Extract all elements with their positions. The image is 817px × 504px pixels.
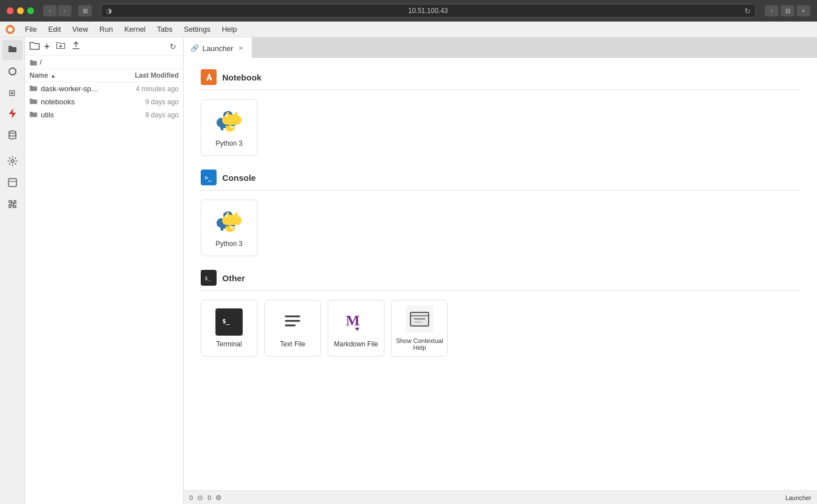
- svg-point-4: [6, 30, 8, 32]
- folder-icon: [29, 84, 37, 93]
- card-label: Markdown File: [334, 340, 378, 348]
- tab-bar: 🔗 Launcher ✕: [184, 37, 817, 58]
- kernel-icon: ⊙: [197, 494, 203, 502]
- svg-point-3: [13, 30, 15, 32]
- svg-rect-29: [414, 318, 425, 320]
- svg-rect-7: [9, 179, 16, 187]
- sidebar-item-db[interactable]: [2, 126, 23, 146]
- sidebar-item-notify[interactable]: [2, 104, 23, 125]
- sidebar-item-commands[interactable]: ⊞: [2, 83, 23, 103]
- back-button[interactable]: ‹: [43, 5, 57, 16]
- console-section-header: >_ Console: [201, 170, 800, 190]
- address-bar: ◑ 10.51.100.43 ↻: [101, 4, 756, 18]
- gear-icon: [7, 156, 18, 168]
- card-textfile[interactable]: Text File: [264, 300, 321, 357]
- card-label: Python 3: [215, 139, 242, 147]
- nav-buttons: ‹ ›: [43, 5, 71, 16]
- svg-point-1: [8, 27, 12, 32]
- svg-text:$_: $_: [205, 276, 211, 281]
- layout-button[interactable]: ⊞: [78, 5, 92, 16]
- python-icon: [215, 208, 243, 235]
- tab-label: Launcher: [202, 44, 233, 53]
- sidebar-item-extensions[interactable]: [2, 195, 23, 215]
- file-list-header: Name ▲ Last Modified: [25, 69, 183, 82]
- menu-file[interactable]: File: [20, 24, 41, 35]
- sidebar-item-panel[interactable]: [2, 173, 23, 194]
- file-name: dask-worker-sp…: [41, 84, 122, 93]
- menu-settings[interactable]: Settings: [179, 24, 215, 35]
- other-section-header: $_ Other: [201, 270, 800, 291]
- sidebar-item-files[interactable]: [2, 40, 23, 60]
- card-markdown[interactable]: M Markdown File: [328, 300, 384, 357]
- file-name: utils: [41, 111, 122, 119]
- file-list: dask-worker-sp… 4 minutes ago notebooks …: [25, 82, 183, 504]
- refresh-button[interactable]: ↻: [744, 7, 751, 15]
- notebook-cards: Python 3: [201, 99, 800, 156]
- add-tab-button[interactable]: +: [797, 5, 810, 16]
- card-label: Terminal: [216, 340, 242, 348]
- status-right: Launcher: [785, 494, 811, 501]
- main-area: ⊞: [0, 37, 817, 504]
- sidebar-item-running[interactable]: [2, 61, 23, 82]
- file-modified: 9 days ago: [122, 98, 179, 106]
- refresh-files-button[interactable]: ↻: [167, 41, 179, 52]
- file-item-notebooks[interactable]: notebooks 9 days ago: [25, 95, 183, 108]
- new-folder-button[interactable]: [54, 40, 67, 52]
- card-label: Show Contextual Help: [392, 337, 447, 351]
- share-button[interactable]: ↑: [765, 5, 778, 16]
- status-left: 0 ⊙ 0 ⚙: [189, 494, 222, 502]
- db-icon: [8, 130, 17, 142]
- title-bar: ‹ › ⊞ ◑ 10.51.100.43 ↻ ↑ ⊟ +: [0, 0, 817, 22]
- terminal-status-icon: ⚙: [215, 494, 222, 502]
- card-python3-console[interactable]: Python 3: [201, 200, 257, 256]
- card-terminal[interactable]: $_ Terminal: [201, 300, 257, 357]
- card-contextual-help[interactable]: Show Contextual Help: [391, 300, 448, 357]
- title-bar-right: ↑ ⊟ +: [765, 5, 810, 16]
- status-bar: 0 ⊙ 0 ⚙ Launcher: [184, 490, 817, 504]
- menu-bar: File Edit View Run Kernel Tabs Settings …: [0, 22, 817, 37]
- menu-help[interactable]: Help: [217, 24, 242, 35]
- notebook-section-header: Notebook: [201, 69, 800, 90]
- new-launcher-button[interactable]: +: [42, 40, 52, 53]
- terminal-count: 0: [208, 494, 211, 501]
- file-item-dask[interactable]: dask-worker-sp… 4 minutes ago: [25, 82, 183, 95]
- svg-text:$_: $_: [222, 317, 230, 325]
- sort-indicator[interactable]: ▲: [50, 73, 56, 79]
- file-panel-toolbar: + ↻: [25, 37, 183, 56]
- tab-close-button[interactable]: ✕: [236, 44, 245, 53]
- launcher-content: Notebook Python 3: [184, 58, 817, 490]
- svg-point-6: [11, 160, 14, 163]
- file-item-utils[interactable]: utils 9 days ago: [25, 108, 183, 121]
- other-cards: $_ Terminal Text Fil: [201, 300, 800, 357]
- textfile-icon: [279, 308, 306, 336]
- svg-text:>_: >_: [205, 175, 212, 181]
- breadcrumb: /: [25, 56, 183, 69]
- svg-text:M: M: [346, 312, 360, 329]
- maximize-button[interactable]: [27, 7, 34, 14]
- svg-point-18: [225, 215, 227, 217]
- current-tab-label: Launcher: [785, 494, 811, 501]
- file-panel: + ↻ /: [25, 37, 184, 504]
- jupyter-logo: [5, 24, 16, 35]
- svg-rect-13: [203, 71, 214, 83]
- menu-view[interactable]: View: [67, 24, 92, 35]
- card-python3-notebook[interactable]: Python 3: [201, 99, 257, 156]
- folder-icon: [7, 44, 18, 56]
- window-manage-button[interactable]: ⊟: [781, 5, 794, 16]
- menu-kernel[interactable]: Kernel: [120, 24, 150, 35]
- breadcrumb-path: /: [40, 58, 42, 66]
- sidebar-item-settings[interactable]: [2, 152, 23, 172]
- menu-tabs[interactable]: Tabs: [153, 24, 177, 35]
- upload-button[interactable]: [70, 40, 82, 52]
- modified-column-label: Last Modified: [135, 71, 179, 79]
- menu-edit[interactable]: Edit: [44, 24, 65, 35]
- close-button[interactable]: [7, 7, 14, 14]
- tab-launcher[interactable]: 🔗 Launcher ✕: [184, 37, 252, 58]
- grid-icon: ⊞: [9, 88, 16, 98]
- menu-run[interactable]: Run: [95, 24, 117, 35]
- card-label: Text File: [280, 340, 306, 348]
- folder-icon: [29, 111, 37, 119]
- forward-button[interactable]: ›: [58, 5, 71, 16]
- traffic-lights: [7, 7, 34, 14]
- minimize-button[interactable]: [17, 7, 24, 14]
